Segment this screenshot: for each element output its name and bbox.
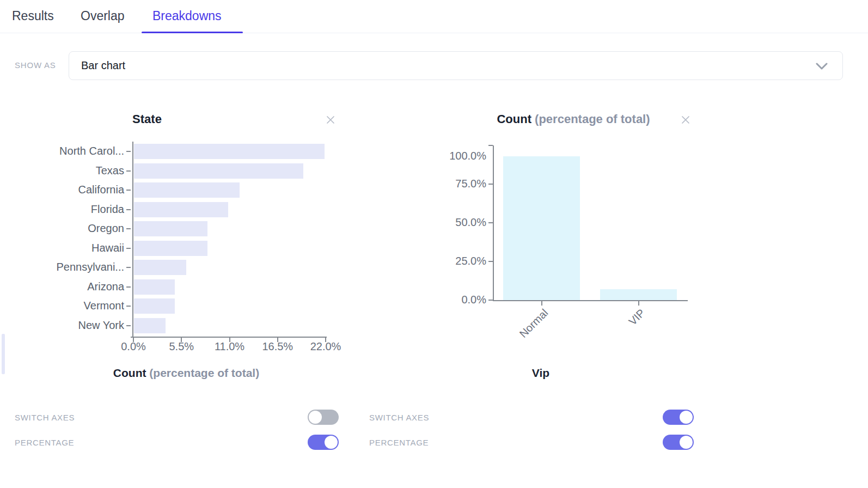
toggle-knob: [309, 411, 322, 424]
bar-pennsylvani[interactable]: [134, 260, 186, 275]
plot-area: 100.0%75.0%50.0%25.0%0.0%NormalVIP: [359, 106, 741, 387]
y-category-label: Texas: [0, 164, 124, 177]
bar-arizona[interactable]: [134, 279, 175, 295]
active-tab-underline: [142, 32, 243, 33]
tab-overlap[interactable]: Overlap: [81, 0, 125, 32]
show-as-label: SHOW AS: [15, 60, 56, 70]
y-category-label: Vermont: [0, 300, 124, 312]
y-category-label: Arizona: [0, 280, 124, 293]
y-tick-mark: [126, 306, 131, 307]
y-tick-label: 75.0%: [359, 178, 486, 190]
y-category-label: Hawaii: [0, 242, 124, 254]
tab-results[interactable]: Results: [12, 0, 54, 32]
x-tick-mark: [638, 301, 639, 306]
switch-axes-label: SWITCH AXES: [369, 413, 429, 422]
state-breakdown-chart: State North Carol...TexasCaliforniaFlori…: [0, 106, 359, 387]
y-category-label: California: [0, 184, 124, 196]
y-category-label: New York: [0, 319, 124, 332]
x-category-label: Normal: [484, 307, 550, 373]
switch-axes-row: SWITCH AXES: [369, 407, 694, 427]
bar-california[interactable]: [134, 182, 240, 198]
toggle-knob: [680, 436, 693, 449]
show-as-select[interactable]: Bar chart: [69, 51, 843, 80]
x-category-label: VIP: [580, 307, 647, 373]
x-axis-label-main: Count: [113, 367, 146, 379]
y-tick-label: 0.0%: [359, 294, 486, 306]
x-tick-label: 16.5%: [253, 340, 302, 353]
y-tick-mark: [126, 209, 131, 210]
percentage-row: PERCENTAGE: [369, 432, 694, 452]
percentage-label: PERCENTAGE: [15, 438, 74, 447]
switch-axes-row: SWITCH AXES: [15, 407, 339, 427]
y-tick-mark: [488, 222, 493, 223]
y-tick-mark: [126, 267, 131, 268]
y-tick-mark: [488, 261, 493, 262]
bar-northcarol[interactable]: [134, 144, 325, 159]
left-edge-chart-fragment: [2, 334, 5, 374]
percentage-toggle[interactable]: [663, 435, 694, 450]
tabs-header: Results Overlap Breakdowns: [0, 0, 868, 33]
y-tick-mark: [126, 228, 131, 229]
switch-axes-toggle[interactable]: [308, 410, 339, 425]
y-axis-line: [493, 145, 494, 301]
y-tick-label: 25.0%: [359, 255, 486, 267]
y-axis-line: [132, 142, 133, 338]
x-axis-label-main: Vip: [532, 367, 549, 379]
toggle-knob: [680, 411, 693, 424]
x-tick-mark: [541, 301, 542, 306]
chevron-down-icon: [815, 63, 828, 72]
switch-axes-label: SWITCH AXES: [15, 413, 75, 422]
percentage-row: PERCENTAGE: [15, 432, 339, 452]
bar-normal[interactable]: [503, 156, 580, 300]
y-category-label: Florida: [0, 203, 124, 216]
percentage-label: PERCENTAGE: [369, 438, 429, 447]
x-axis-label-secondary: (percentage of total): [149, 367, 259, 379]
bar-vermont[interactable]: [134, 298, 175, 314]
bar-oregon[interactable]: [134, 221, 207, 236]
x-axis-line: [493, 300, 688, 301]
bar-hawaii[interactable]: [134, 241, 207, 256]
y-tick-mark: [126, 325, 131, 326]
plot-area: North Carol...TexasCaliforniaFloridaOreg…: [0, 106, 359, 387]
show-as-value: Bar chart: [81, 59, 125, 72]
switch-axes-toggle[interactable]: [663, 410, 694, 425]
x-axis-label: Count (percentage of total): [23, 367, 350, 380]
y-tick-mark: [488, 300, 493, 301]
y-category-label: Pennsylvani...: [0, 261, 124, 273]
y-category-label: North Carol...: [0, 145, 124, 157]
state-chart-controls: SWITCH AXES PERCENTAGE: [15, 407, 339, 457]
x-axis-label: Vip: [377, 367, 704, 380]
x-tick-label: 0.0%: [109, 340, 158, 353]
bar-florida[interactable]: [134, 202, 228, 217]
bar-vip[interactable]: [600, 289, 677, 300]
y-tick-mark: [126, 151, 131, 152]
y-tick-label: 100.0%: [359, 150, 486, 162]
tab-breakdowns[interactable]: Breakdowns: [152, 0, 222, 32]
y-tick-mark: [126, 190, 131, 191]
toggle-knob: [325, 436, 338, 449]
x-tick-label: 11.0%: [205, 340, 254, 353]
percentage-toggle[interactable]: [308, 435, 339, 450]
x-tick-label: 5.5%: [157, 340, 206, 353]
y-tick-mark: [126, 286, 131, 288]
y-tick-mark: [488, 145, 493, 146]
y-category-label: Oregon: [0, 222, 124, 235]
bar-texas[interactable]: [134, 163, 303, 179]
bar-newyork[interactable]: [134, 318, 166, 333]
y-tick-mark: [126, 248, 131, 249]
vip-breakdown-chart: Count (percentage of total) 100.0%75.0%5…: [359, 106, 741, 387]
x-tick-label: 22.0%: [301, 340, 350, 353]
y-tick-mark: [126, 170, 131, 172]
y-tick-label: 50.0%: [359, 216, 486, 229]
vip-chart-controls: SWITCH AXES PERCENTAGE: [369, 407, 694, 457]
y-tick-mark: [488, 184, 493, 185]
